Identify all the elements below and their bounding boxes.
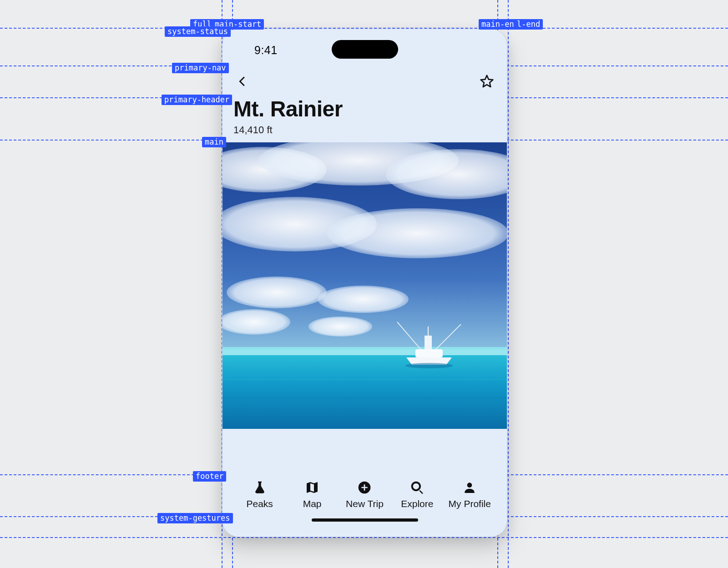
tab-my-profile-label: My Profile — [449, 498, 491, 509]
primary-header: Mt. Rainier 14,410 ft — [222, 96, 507, 139]
person-icon — [462, 480, 477, 497]
search-icon — [410, 480, 425, 497]
page-title: Mt. Rainier — [233, 96, 496, 121]
svg-rect-17 — [425, 336, 432, 350]
label-main-end: main-end — [479, 19, 521, 30]
back-button[interactable] — [233, 73, 252, 91]
tab-explore-label: Explore — [401, 498, 433, 509]
svg-point-5 — [327, 208, 507, 258]
tab-map-label: Map — [303, 498, 322, 509]
svg-point-19 — [405, 363, 453, 368]
label-footer: footer — [193, 471, 226, 482]
svg-point-21 — [467, 483, 472, 488]
map-icon — [305, 480, 319, 497]
svg-point-9 — [308, 317, 372, 337]
status-bar: 9:41 — [222, 29, 507, 54]
label-primary-nav: primary-nav — [172, 63, 229, 73]
svg-rect-12 — [222, 379, 507, 380]
page-subtitle: 14,410 ft — [233, 124, 496, 136]
tab-peaks-label: Peaks — [247, 498, 273, 509]
tab-new-trip-label: New Trip — [346, 498, 384, 509]
svg-point-7 — [318, 286, 409, 313]
label-main-start: main-start — [212, 19, 264, 30]
add-circle-icon — [357, 480, 372, 497]
science-icon — [253, 480, 267, 497]
tab-map[interactable]: Map — [286, 480, 338, 509]
svg-rect-13 — [222, 397, 507, 398]
label-system-gestures: system-gestures — [157, 513, 233, 523]
favorite-button[interactable] — [478, 73, 496, 91]
tab-my-profile[interactable]: My Profile — [444, 480, 496, 509]
svg-rect-18 — [415, 349, 443, 357]
label-primary-header: primary-header — [162, 95, 232, 105]
tab-new-trip[interactable]: New Trip — [339, 480, 391, 509]
svg-rect-11 — [222, 355, 507, 429]
tab-peaks[interactable]: Peaks — [233, 480, 286, 509]
home-indicator[interactable] — [312, 518, 418, 522]
primary-nav — [222, 65, 507, 98]
guide-bottom — [0, 537, 728, 538]
label-full-end: l-end — [514, 19, 543, 30]
tab-explore[interactable]: Explore — [391, 480, 443, 509]
guide-full-right — [508, 0, 509, 568]
chevron-left-icon — [235, 74, 250, 90]
svg-point-6 — [227, 276, 327, 308]
dynamic-island — [332, 40, 398, 59]
star-outline-icon — [480, 74, 494, 90]
label-full-left: full- — [190, 19, 219, 30]
tab-bar: Peaks Map New Trip Explore My Profile — [222, 476, 507, 537]
phone-frame: 9:41 Mt. Rainier 14,410 ft — [222, 29, 507, 537]
label-system-status: system-status — [165, 26, 231, 37]
status-time: 9:41 — [254, 44, 278, 57]
hero-image — [222, 142, 507, 429]
